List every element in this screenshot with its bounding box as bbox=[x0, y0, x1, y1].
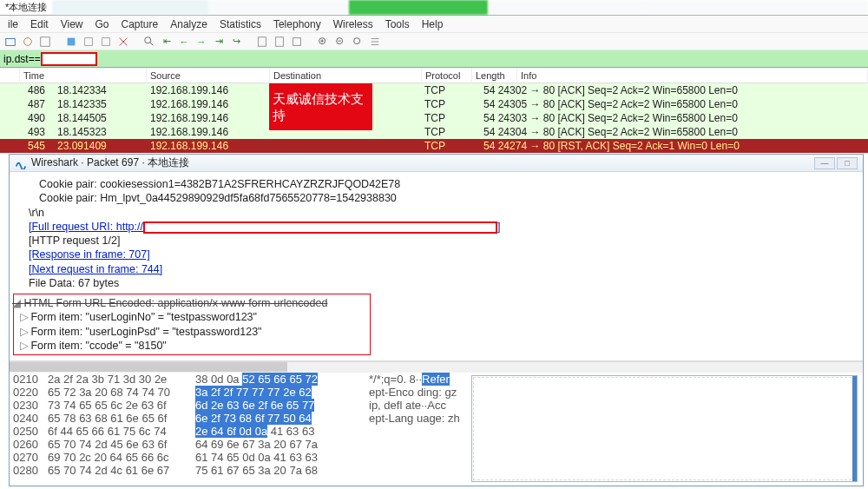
menu-view[interactable]: View bbox=[56, 17, 88, 32]
menu-analyze[interactable]: Analyze bbox=[166, 17, 212, 32]
svg-point-6 bbox=[145, 36, 151, 43]
col-protocol[interactable]: Protocol bbox=[422, 68, 472, 83]
go-to-icon[interactable]: ↪ bbox=[229, 35, 243, 49]
menu-help[interactable]: Help bbox=[418, 17, 448, 32]
zoom-out-icon[interactable] bbox=[333, 35, 347, 49]
menu-capture[interactable]: Capture bbox=[117, 17, 163, 32]
wireshark-icon bbox=[15, 157, 27, 169]
tree-line[interactable]: ▷ Form item: "ccode" = "8150" bbox=[14, 339, 370, 353]
svg-rect-7 bbox=[259, 36, 266, 46]
menu-file[interactable]: ile bbox=[3, 17, 23, 32]
resize-icon[interactable] bbox=[290, 35, 304, 49]
close-icon[interactable] bbox=[116, 35, 130, 49]
col-info[interactable]: Info bbox=[517, 68, 868, 83]
svg-rect-0 bbox=[6, 38, 16, 45]
packet-tree[interactable]: Cookie pair: cookiesession1=4382B71A2SFR… bbox=[10, 172, 863, 361]
tree-line[interactable]: Cookie pair: Hm_lpvt_0a44529890929df5fa6… bbox=[39, 191, 854, 205]
menu-bar: ile Edit View Go Capture Analyze Statist… bbox=[0, 16, 868, 33]
open-icon[interactable] bbox=[3, 35, 17, 49]
scroll-thumb[interactable] bbox=[10, 362, 287, 372]
go-back-icon[interactable]: ← bbox=[177, 35, 191, 49]
form-items-box: ◢ HTML Form URL Encoded: application/x-w… bbox=[13, 294, 371, 355]
packet-row[interactable]: 49018.144505192.168.199.146TCP 54 24303 … bbox=[0, 111, 868, 125]
packet-row[interactable]: 54523.091409192.168.199.146TCP 54 24274 … bbox=[0, 139, 868, 153]
menu-wireless[interactable]: Wireless bbox=[329, 17, 378, 32]
start-capture-icon[interactable] bbox=[64, 35, 78, 49]
save-icon[interactable] bbox=[38, 35, 52, 49]
uri-redacted-box bbox=[143, 221, 497, 234]
go-last-icon[interactable]: ⇥ bbox=[212, 35, 226, 49]
tool-bar: ⇤ ← → ⇥ ↪ bbox=[0, 33, 868, 50]
packet-details-window: Wireshark · Packet 697 · 本地连接 — □ Cookie… bbox=[9, 154, 864, 486]
auto-scroll-icon[interactable] bbox=[255, 35, 269, 49]
bg-blur bbox=[641, 0, 868, 15]
menu-telephony[interactable]: Telephony bbox=[269, 17, 326, 32]
zoom-reset-icon[interactable] bbox=[351, 35, 365, 49]
popup-titlebar[interactable]: Wireshark · Packet 697 · 本地连接 — □ bbox=[10, 155, 863, 172]
tree-link-next[interactable]: [Next request in frame: 744] bbox=[29, 262, 854, 276]
svg-point-12 bbox=[354, 37, 360, 43]
svg-rect-5 bbox=[102, 37, 110, 45]
col-length[interactable]: Length bbox=[472, 68, 517, 83]
tree-line[interactable]: ▷ Form item: "userLoginPsd" = "testpassw… bbox=[14, 325, 370, 339]
stop-capture-icon[interactable] bbox=[82, 35, 95, 49]
popup-title-text: Wireshark · Packet 697 · 本地连接 bbox=[31, 155, 189, 170]
menu-tools[interactable]: Tools bbox=[381, 17, 414, 32]
menu-statistics[interactable]: Statistics bbox=[215, 17, 266, 32]
col-destination[interactable]: Destination bbox=[270, 68, 422, 83]
svg-rect-8 bbox=[276, 36, 284, 46]
filter-text: ip.dst== bbox=[3, 53, 41, 65]
col-no[interactable] bbox=[0, 68, 20, 83]
column-headers: Time Source Destination Protocol Length … bbox=[0, 68, 868, 83]
separator bbox=[56, 35, 61, 49]
menu-edit[interactable]: Edit bbox=[26, 17, 53, 32]
col-source[interactable]: Source bbox=[147, 68, 270, 83]
svg-point-1 bbox=[24, 37, 32, 45]
tree-link-response[interactable]: [Response in frame: 707] bbox=[29, 248, 854, 261]
tree-line[interactable]: [HTTP request 1/2] bbox=[29, 234, 854, 248]
packet-row[interactable]: 49318.145323192.168.199.146TCP 54 24304 … bbox=[0, 125, 868, 139]
display-filter-bar[interactable]: ip.dst== bbox=[0, 50, 868, 68]
bg-blur bbox=[208, 0, 349, 15]
background-window-strip: *本地连接 bbox=[0, 0, 868, 16]
tab-local[interactable]: *本地连接 bbox=[0, 0, 52, 15]
svg-rect-9 bbox=[293, 37, 301, 45]
svg-rect-4 bbox=[85, 37, 93, 45]
annotation-overlay: 天威诚信技术支持 bbox=[269, 83, 372, 130]
tree-link-full-uri[interactable]: [Full request URI: http://] bbox=[29, 220, 854, 234]
maximize-button[interactable]: □ bbox=[837, 157, 858, 169]
restart-capture-icon[interactable] bbox=[99, 35, 113, 49]
zoom-in-icon[interactable] bbox=[316, 35, 330, 49]
col-time[interactable]: Time bbox=[20, 68, 147, 83]
colorize-icon[interactable] bbox=[273, 35, 286, 49]
svg-rect-3 bbox=[68, 37, 76, 45]
bg-blur bbox=[52, 0, 208, 15]
hex-pane[interactable]: 02100220023002400250026002700280 2a 2f 2… bbox=[10, 373, 863, 485]
separator bbox=[247, 35, 252, 49]
separator bbox=[307, 35, 312, 49]
separator bbox=[134, 35, 139, 49]
tree-line[interactable]: ▷ Form item: "userLoginNo" = "testpasswo… bbox=[14, 310, 370, 324]
packet-list[interactable]: 48618.142334192.168.199.146TCP 54 24302 … bbox=[0, 83, 868, 153]
find-icon[interactable] bbox=[142, 35, 156, 49]
bg-tab-green bbox=[349, 0, 488, 15]
tree-line[interactable]: File Data: 67 bytes bbox=[29, 276, 854, 290]
bg-blur bbox=[488, 0, 641, 15]
menu-go[interactable]: Go bbox=[91, 17, 114, 32]
svg-rect-2 bbox=[41, 36, 50, 46]
packet-row[interactable]: 48718.142335192.168.199.146TCP 54 24305 … bbox=[0, 97, 868, 111]
resize-cols-icon[interactable] bbox=[368, 35, 382, 49]
tree-line[interactable]: \r\n bbox=[29, 206, 854, 220]
options-icon[interactable] bbox=[21, 35, 35, 49]
go-forward-icon[interactable]: → bbox=[194, 35, 208, 49]
go-first-icon[interactable]: ⇤ bbox=[160, 35, 174, 49]
image-placeholder bbox=[471, 375, 858, 482]
tree-line[interactable]: Cookie pair: cookiesession1=4382B71A2SFR… bbox=[39, 177, 854, 191]
window-buttons: — □ bbox=[814, 157, 858, 169]
tree-expander[interactable]: ◢ HTML Form URL Encoded: application/x-w… bbox=[12, 296, 370, 310]
horizontal-scrollbar[interactable] bbox=[10, 361, 863, 373]
minimize-button[interactable]: — bbox=[814, 157, 835, 169]
filter-redacted-box bbox=[41, 52, 97, 66]
packet-row[interactable]: 48618.142334192.168.199.146TCP 54 24302 … bbox=[0, 83, 868, 97]
